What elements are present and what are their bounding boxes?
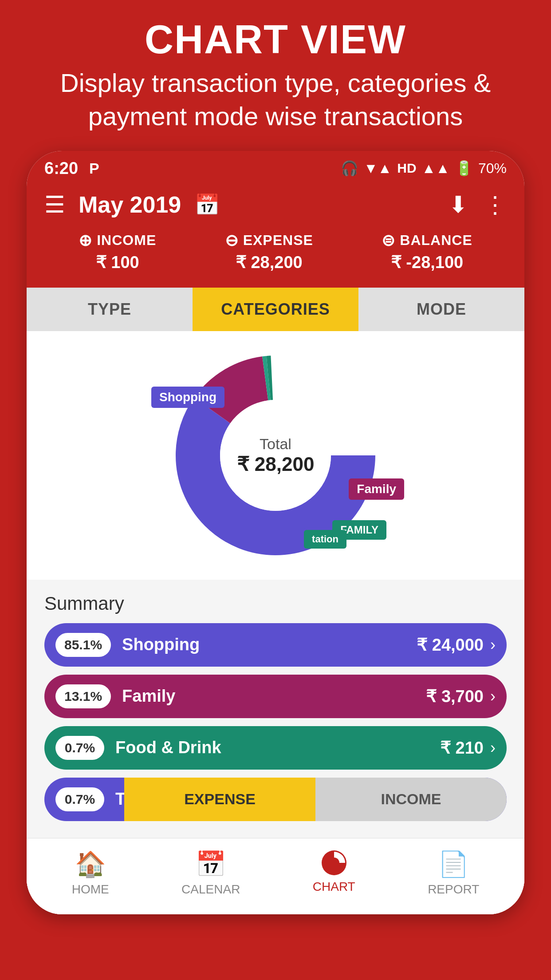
status-left: 6:20 P xyxy=(44,159,99,178)
summary-title: Summary xyxy=(44,593,507,614)
app-header: ☰ May 2019 📅 ⬇ ⋮ ⊕ INCOME ₹ 100 ⊖ xyxy=(27,182,524,288)
tab-bar: TYPE CATEGORIES MODE xyxy=(27,288,524,331)
expense-value: ₹ 28,200 xyxy=(225,253,313,272)
nav-report[interactable]: 📄 REPORT xyxy=(428,850,479,897)
content-area: TYPE CATEGORIES MODE Shopping xyxy=(27,288,524,914)
financial-summary: ⊕ INCOME ₹ 100 ⊖ EXPENSE ₹ 28,200 ⊜ BALA… xyxy=(44,227,507,277)
expense-icon: ⊖ xyxy=(225,231,239,250)
wifi-icon: ▼▲ xyxy=(364,160,392,177)
nav-chart[interactable]: CHART xyxy=(313,850,355,897)
report-label: REPORT xyxy=(428,882,479,897)
status-time: 6:20 xyxy=(44,159,78,178)
family-name: Family xyxy=(122,687,426,706)
balance-item: ⊜ BALANCE ₹ -28,100 xyxy=(382,231,472,272)
income-icon: ⊕ xyxy=(79,231,92,250)
transport-toggle-wrapper: 0.7% Transportation › EXPENSE INCOME xyxy=(44,778,507,821)
status-right: 🎧 ▼▲ HD ▲▲ 🔋 70% xyxy=(341,160,507,177)
expense-toggle-btn[interactable]: EXPENSE xyxy=(124,778,315,821)
hd-label: HD xyxy=(397,161,416,176)
transport-percent: 0.7% xyxy=(55,787,104,811)
headphone-icon: 🎧 xyxy=(341,160,358,177)
chart-label: CHART xyxy=(313,880,355,894)
shopping-name: Shopping xyxy=(122,635,417,654)
family-chevron-icon: › xyxy=(490,687,496,706)
nav-home[interactable]: 🏠 HOME xyxy=(72,850,109,897)
summary-row-food[interactable]: 0.7% Food & Drink ₹ 210 › xyxy=(44,726,507,770)
tab-mode[interactable]: MODE xyxy=(358,288,524,331)
food-amount: ₹ 210 xyxy=(440,738,484,758)
shopping-amount: ₹ 24,000 xyxy=(417,635,484,655)
signal-icon: ▲▲ xyxy=(422,160,450,177)
expense-label: ⊖ EXPENSE xyxy=(225,231,313,250)
nav-right: ⬇ ⋮ xyxy=(449,191,507,218)
calendar-icon[interactable]: 📅 xyxy=(194,193,220,217)
donut-total-value: ₹ 28,200 xyxy=(237,453,315,475)
food-chevron-icon: › xyxy=(490,739,496,757)
download-icon[interactable]: ⬇ xyxy=(449,191,468,218)
expense-income-toggle: EXPENSE INCOME xyxy=(124,778,507,821)
bottom-nav: 🏠 HOME 📅 CALENAR CHART 📄 REPORT xyxy=(27,838,524,914)
shopping-chevron-icon: › xyxy=(490,636,496,654)
nav-calendar[interactable]: 📅 CALENAR xyxy=(181,850,240,897)
donut-container: Shopping Total ₹ 28,200 xyxy=(151,344,400,566)
shopping-percent: 85.1% xyxy=(55,633,111,657)
transportation-chart-label: tation xyxy=(304,530,346,549)
food-percent: 0.7% xyxy=(55,736,104,760)
battery-percent: 70% xyxy=(478,160,507,177)
summary-row-family[interactable]: 13.1% Family ₹ 3,700 › xyxy=(44,675,507,718)
balance-icon: ⊜ xyxy=(382,231,395,250)
promo-header: CHART VIEW Display transaction type, cat… xyxy=(0,0,551,142)
chart-nav-icon xyxy=(321,850,347,876)
report-icon: 📄 xyxy=(438,850,469,879)
donut-center: Total ₹ 28,200 xyxy=(237,435,315,475)
donut-total-label: Total xyxy=(237,435,315,453)
parking-icon: P xyxy=(89,160,99,177)
income-label: ⊕ INCOME xyxy=(79,231,156,250)
family-amount: ₹ 3,700 xyxy=(426,687,484,706)
calendar-label: CALENAR xyxy=(181,882,240,897)
tab-categories[interactable]: CATEGORIES xyxy=(193,288,358,331)
status-bar: 6:20 P 🎧 ▼▲ HD ▲▲ 🔋 70% xyxy=(27,151,524,182)
income-value: ₹ 100 xyxy=(79,253,156,272)
promo-subtitle: Display transaction type, categories & p… xyxy=(13,66,538,133)
income-item: ⊕ INCOME ₹ 100 xyxy=(79,231,156,272)
promo-title: CHART VIEW xyxy=(13,18,538,62)
family-chart-label: Family xyxy=(349,478,404,500)
phone-mockup: 6:20 P 🎧 ▼▲ HD ▲▲ 🔋 70% ☰ May 2019 📅 ⬇ ⋮ xyxy=(27,151,524,914)
balance-value: ₹ -28,100 xyxy=(382,253,472,272)
battery-icon: 🔋 xyxy=(455,160,473,177)
hamburger-icon[interactable]: ☰ xyxy=(44,193,65,216)
summary-section: Summary 85.1% Shopping ₹ 24,000 › 13.1% … xyxy=(27,580,524,838)
summary-row-shopping[interactable]: 85.1% Shopping ₹ 24,000 › xyxy=(44,623,507,667)
expense-item: ⊖ EXPENSE ₹ 28,200 xyxy=(225,231,313,272)
shopping-chart-label: Shopping xyxy=(151,387,224,408)
tab-type[interactable]: TYPE xyxy=(27,288,193,331)
home-label: HOME xyxy=(72,882,109,897)
chart-section: Shopping Total ₹ 28,200 xyxy=(27,331,524,580)
nav-left: ☰ May 2019 📅 xyxy=(44,191,220,218)
svg-point-6 xyxy=(329,858,339,868)
family-percent: 13.1% xyxy=(55,684,111,708)
more-options-icon[interactable]: ⋮ xyxy=(484,191,507,218)
home-icon: 🏠 xyxy=(75,850,106,879)
month-display: May 2019 xyxy=(79,191,181,218)
income-toggle-btn[interactable]: INCOME xyxy=(315,778,507,821)
calendar-nav-icon: 📅 xyxy=(195,850,226,879)
balance-label: ⊜ BALANCE xyxy=(382,231,472,250)
food-name: Food & Drink xyxy=(115,738,440,757)
app-nav: ☰ May 2019 📅 ⬇ ⋮ xyxy=(44,191,507,218)
